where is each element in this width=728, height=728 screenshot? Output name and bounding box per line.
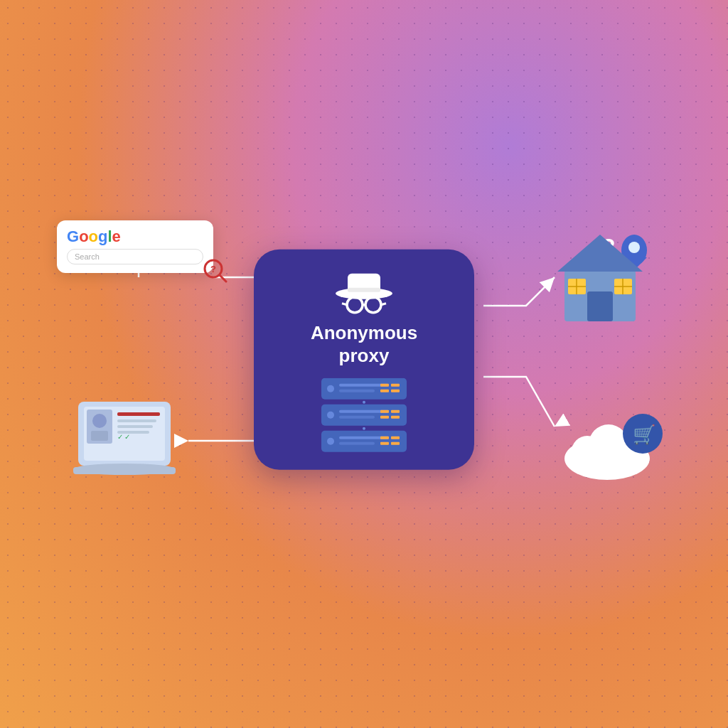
svg-rect-34: [391, 436, 400, 439]
main-canvas: Anonymous proxy: [0, 0, 728, 728]
svg-rect-7: [348, 288, 380, 292]
svg-point-30: [327, 437, 334, 444]
svg-rect-46: [91, 431, 108, 441]
svg-text:?: ?: [210, 264, 216, 274]
svg-rect-24: [339, 415, 375, 418]
svg-rect-26: [391, 410, 400, 412]
magnifier-question-icon: ?: [203, 259, 228, 283]
server-stack-svg: [318, 378, 410, 452]
svg-rect-28: [391, 415, 400, 418]
svg-point-38: [363, 427, 365, 429]
svg-rect-35: [380, 441, 389, 444]
svg-line-11: [342, 304, 347, 305]
search-bar: Search ?: [67, 249, 203, 264]
svg-rect-25: [380, 410, 389, 412]
svg-point-45: [92, 414, 107, 428]
shopping-cloud-svg: 🛒: [557, 405, 671, 491]
svg-rect-18: [391, 383, 400, 386]
house-svg: ?: [550, 220, 664, 334]
laptop-svg: ✓ ✓: [71, 398, 188, 494]
svg-rect-49: [117, 425, 153, 428]
svg-rect-27: [380, 415, 389, 418]
proxy-card: Anonymous proxy: [254, 250, 474, 470]
svg-point-37: [363, 400, 365, 403]
svg-rect-19: [380, 389, 389, 392]
shopping-cloud: 🛒: [557, 405, 657, 483]
svg-rect-33: [380, 436, 389, 439]
svg-rect-20: [391, 389, 400, 392]
svg-rect-54: [73, 467, 176, 474]
google-search-box: Google Search ?: [57, 220, 213, 273]
laptop-icon: ✓ ✓: [71, 398, 185, 491]
svg-rect-48: [117, 419, 156, 422]
svg-text:🛒: 🛒: [633, 423, 656, 446]
svg-line-40: [220, 275, 226, 282]
svg-line-12: [381, 304, 386, 305]
google-logo: Google: [67, 229, 203, 245]
svg-point-8: [347, 297, 363, 313]
server-stack: [318, 378, 410, 452]
svg-rect-32: [339, 441, 375, 444]
svg-rect-16: [339, 389, 375, 392]
svg-rect-36: [391, 441, 400, 444]
incognito-icon: [332, 267, 396, 316]
proxy-title: Anonymous proxy: [311, 322, 417, 366]
svg-text:✓: ✓: [124, 433, 130, 441]
svg-point-22: [327, 411, 334, 418]
svg-point-9: [365, 297, 381, 313]
house-icon: ?: [550, 220, 650, 320]
svg-rect-17: [380, 383, 389, 386]
search-placeholder: Search: [75, 252, 196, 261]
svg-point-14: [327, 385, 334, 392]
svg-point-57: [628, 242, 640, 253]
svg-text:✓: ✓: [117, 433, 123, 441]
svg-rect-61: [587, 291, 613, 321]
svg-rect-47: [117, 412, 160, 416]
